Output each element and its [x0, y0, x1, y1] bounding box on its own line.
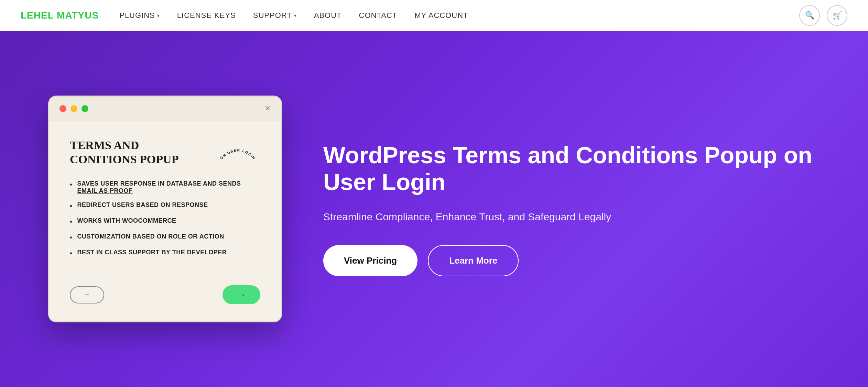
cart-icon: 🛒: [833, 11, 842, 20]
popup-body: TERMS AND CONITIONS POPUP ON USER LOGIN …: [49, 121, 281, 275]
dot-green-mac: [82, 105, 88, 112]
bullet-icon: •: [70, 233, 73, 242]
dot-red: [59, 105, 66, 112]
popup-features-list: • SAVES USER RESPONSE IN DATABASE AND SE…: [70, 180, 260, 258]
hero-buttons: View Pricing Learn More: [323, 245, 820, 276]
svg-text:ON USER LOGIN: ON USER LOGIN: [219, 148, 257, 160]
arrow-button[interactable]: →: [223, 285, 260, 304]
arrow-icon: →: [237, 289, 246, 300]
list-item: • WORKS WITH WOOCOMMERCE: [70, 217, 260, 226]
nav-menu: PLUGINS ▾ LICENSE KEYS SUPPORT ▾ ABOUT C…: [119, 11, 799, 20]
learn-more-button[interactable]: Learn More: [428, 245, 519, 276]
list-item: • CUSTOMIZATION BASED ON ROLE OR ACTION: [70, 233, 260, 242]
feature-text-3: WORKS WITH WOOCOMMERCE: [77, 217, 176, 224]
feature-text-2: REDIRECT USERS BASED ON RESPONSE: [77, 201, 208, 209]
nav-label-support: SUPPORT: [253, 11, 292, 20]
bullet-icon: •: [70, 249, 73, 258]
nav-item-support[interactable]: SUPPORT ▾: [253, 11, 297, 20]
nav-label-plugins: PLUGINS: [119, 11, 155, 20]
popup-dots: [59, 105, 88, 112]
navbar: LEHEL MATYUS PLUGINS ▾ LICENSE KEYS SUPP…: [0, 0, 868, 31]
popup-footer: − →: [49, 275, 281, 321]
popup-mockup: ✕ TERMS AND CONITIONS POPUP ON USER LOGI…: [48, 96, 282, 323]
hero-section: ✕ TERMS AND CONITIONS POPUP ON USER LOGI…: [0, 31, 868, 387]
popup-title-wrap: TERMS AND CONITIONS POPUP ON USER LOGIN: [70, 139, 260, 167]
minus-icon: −: [85, 290, 89, 299]
feature-text-4: CUSTOMIZATION BASED ON ROLE OR ACTION: [77, 233, 224, 240]
search-button[interactable]: 🔍: [799, 5, 820, 26]
hero-text: WordPress Terms and Conditions Popup on …: [323, 142, 820, 276]
list-item: • REDIRECT USERS BASED ON RESPONSE: [70, 201, 260, 210]
dot-yellow: [70, 105, 77, 112]
popup-titlebar: ✕: [49, 97, 281, 121]
list-item: • BEST IN CLASS SUPPORT BY THE DEVELOPER: [70, 249, 260, 258]
nav-item-contact[interactable]: CONTACT: [359, 11, 398, 20]
nav-label-my-account: MY ACCOUNT: [414, 11, 468, 20]
cart-button[interactable]: 🛒: [827, 5, 847, 26]
feature-text-5: BEST IN CLASS SUPPORT BY THE DEVELOPER: [77, 249, 227, 256]
nav-item-license-keys[interactable]: LICENSE KEYS: [177, 11, 236, 20]
chevron-down-icon-support: ▾: [294, 13, 297, 18]
minus-button[interactable]: −: [70, 286, 104, 303]
nav-item-my-account[interactable]: MY ACCOUNT: [414, 11, 468, 20]
bullet-icon: •: [70, 201, 73, 210]
popup-badge: ON USER LOGIN: [216, 139, 260, 166]
bullet-icon: •: [70, 180, 73, 189]
search-icon: 🔍: [805, 11, 814, 20]
nav-item-plugins[interactable]: PLUGINS ▾: [119, 11, 160, 20]
brand-logo[interactable]: LEHEL MATYUS: [21, 10, 99, 21]
view-pricing-button[interactable]: View Pricing: [323, 245, 417, 276]
nav-label-contact: CONTACT: [359, 11, 398, 20]
close-icon[interactable]: ✕: [264, 104, 271, 113]
bullet-icon: •: [70, 217, 73, 226]
nav-label-about: ABOUT: [314, 11, 342, 20]
nav-item-about[interactable]: ABOUT: [314, 11, 342, 20]
navbar-actions: 🔍 🛒: [799, 5, 847, 26]
popup-title: TERMS AND CONITIONS POPUP: [70, 139, 180, 167]
hero-title: WordPress Terms and Conditions Popup on …: [323, 142, 820, 195]
nav-label-license: LICENSE KEYS: [177, 11, 236, 20]
chevron-down-icon: ▾: [157, 13, 160, 18]
hero-subtitle: Streamline Compliance, Enhance Trust, an…: [323, 209, 820, 224]
list-item: • SAVES USER RESPONSE IN DATABASE AND SE…: [70, 180, 260, 195]
feature-text-1: SAVES USER RESPONSE IN DATABASE AND SEND…: [77, 180, 260, 195]
